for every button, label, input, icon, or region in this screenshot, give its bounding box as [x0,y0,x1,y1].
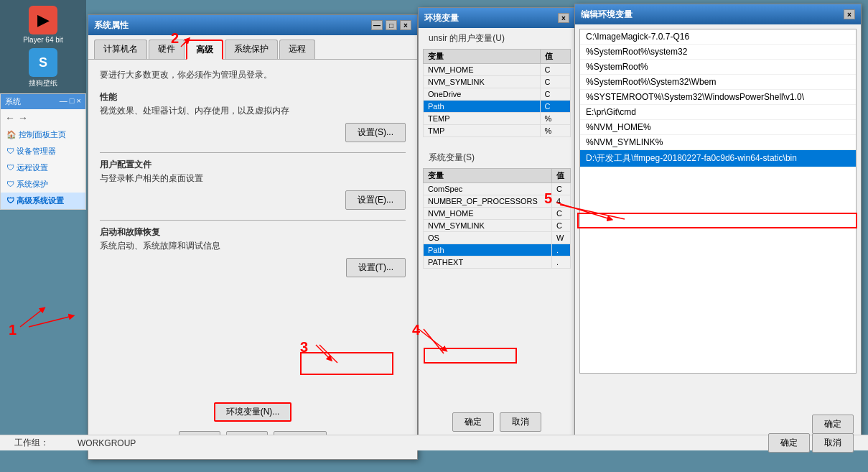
titlebar-buttons: — □ × [371,20,411,30]
workgroup-ok-btn[interactable]: 确定 [768,433,810,453]
table-row[interactable]: NVM_HOMEC [424,64,571,76]
userprofile-desc: 与登录帐户相关的桌面设置 [100,172,406,185]
annotation-2: 2 [171,30,179,47]
sysprop-tabs: 计算机名 硬件 高级 系统保护 远程 [88,35,417,60]
envvars-title: 环境变量 [424,12,459,24]
sys-vars-title: 系统变量(S) [423,147,571,168]
editenv-list: C:\ImageMagick-7.0.7-Q16 %SystemRoot%\sy… [579,29,857,374]
sysprop-body: 要进行大多数更改，你必须作为管理员登录。 性能 视觉效果、处理器计划、内存使用，… [88,60,417,296]
nav-arrows: ← → [1,109,85,126]
workgroup-value: WORKGROUP [78,438,136,448]
table-row[interactable]: NVM_SYMLINKC [424,220,571,232]
tab-computer-name[interactable]: 计算机名 [94,40,147,59]
player-icon: ▶ [29,6,57,34]
annotation-5: 5 [544,190,552,207]
envvars-titlebar: 环境变量 × [419,8,575,28]
user-vars-title: unsir 的用户变量(U) [423,28,571,49]
nav-advanced-settings[interactable]: 🛡 高级系统设置 [1,193,85,209]
table-row[interactable]: TMP% [424,125,571,137]
list-item[interactable]: %SYSTEMROOT%\System32\WindowsPowerShell\… [580,90,856,105]
envvars-footer: 确定 取消 [419,412,575,432]
editenv-titlebar: 编辑环境变量 × [575,4,861,24]
table-row[interactable]: OneDriveC [424,88,571,101]
sysprop-titlebar: 系统属性 — □ × [88,15,417,35]
annotation-3: 3 [300,339,308,356]
sys-vars-section: 系统变量(S) 变量 值 ComSpecC NUMBER_OF_PROCESSO… [419,147,575,273]
editenv-dialog: 编辑环境变量 × C:\ImageMagick-7.0.7-Q16 %Syste… [574,4,862,442]
sysprop-dialog: 系统属性 — □ × 计算机名 硬件 高级 系统保护 远程 要进行大多数更改，你… [88,14,418,460]
envvars-ok-btn[interactable]: 确定 [452,412,494,432]
userprofile-title: 用户配置文件 [100,159,406,171]
sys-vars-col-value: 值 [552,169,571,183]
list-item[interactable]: %NVM_HOME% [580,120,856,135]
user-vars-section: unsir 的用户变量(U) 变量 值 NVM_HOMEC NVM_SYMLIN… [419,28,575,142]
sysprop-title: 系统属性 [94,19,129,32]
user-vars-col-name: 变量 [424,50,541,64]
list-item[interactable]: %SystemRoot% [580,60,856,75]
editenv-footer: 确定 [812,415,854,434]
list-item[interactable]: %NVM_SYMLINK% [580,135,856,150]
editenv-ok-btn[interactable]: 确定 [812,415,854,434]
envvars-cancel-btn[interactable]: 取消 [500,412,541,432]
workgroup-label: 工作组： [14,437,49,449]
selected-path-item[interactable]: D:\开发工具\ffmpeg-20180227-fa0c9d6-win64-st… [580,150,856,167]
sys-vars-table: 变量 值 ComSpecC NUMBER_OF_PROCESSORS4 NVM_… [423,168,571,269]
sys-vars-col-name: 变量 [424,169,552,183]
workgroup-bar: 工作组： WORKGROUP 确定 取消 [0,435,868,450]
annotation-1: 1 [9,322,17,338]
maximize-btn[interactable]: □ [386,20,397,30]
startup-section: 启动和故障恢复 系统启动、系统故障和调试信息 设置(T)... [100,226,406,277]
startup-settings-btn[interactable]: 设置(T)... [346,258,406,277]
startup-desc: 系统启动、系统故障和调试信息 [100,240,406,252]
editenv-close-btn[interactable]: × [844,9,855,19]
envvars-close-btn[interactable]: × [558,13,569,23]
workgroup-cancel-btn[interactable]: 取消 [812,433,854,453]
table-row[interactable]: NVM_HOMEC [424,208,571,220]
performance-section: 性能 视觉效果、处理器计划、内存使用，以及虚拟内存 设置(S)... [100,91,406,142]
list-item[interactable]: %SystemRoot%\System32\Wbem [580,75,856,90]
admin-notice: 要进行大多数更改，你必须作为管理员登录。 [100,68,406,81]
minimize-btn[interactable]: — [371,20,383,30]
user-vars-table: 变量 值 NVM_HOMEC NVM_SYMLINKC OneDriveC Pa… [423,49,571,137]
sougou-icon-item[interactable]: S 搜狗壁纸 [7,48,79,88]
table-row[interactable]: OSW [424,232,571,244]
performance-desc: 视觉效果、处理器计划、内存使用，以及虚拟内存 [100,105,406,117]
divider-1 [100,152,406,153]
player-label: Player 64 bit [23,36,63,44]
envvars-titlebar-btns: × [558,13,569,23]
editenv-title: 编辑环境变量 [581,9,633,21]
table-row[interactable]: PATHEXT. [424,256,571,269]
system-window-title: 系统 — □ × [1,94,85,109]
performance-settings-btn[interactable]: 设置(S)... [345,123,406,142]
table-row[interactable]: PathC [424,101,571,113]
user-vars-col-value: 值 [540,50,570,64]
tab-system-protection[interactable]: 系统保护 [225,40,278,59]
userprofile-settings-btn[interactable]: 设置(E)... [345,190,406,210]
table-row[interactable]: NVM_SYMLINKC [424,76,571,88]
system-window: 系统 — □ × ← → 🏠 控制面板主页 🛡 设备管理器 🛡 远程设置 🛡 系… [0,93,86,210]
envvars-dialog: 环境变量 × unsir 的用户变量(U) 变量 值 NVM_HOMEC NVM… [418,7,576,438]
userprofile-section: 用户配置文件 与登录帐户相关的桌面设置 设置(E)... [100,159,406,210]
list-item[interactable]: C:\ImageMagick-7.0.7-Q16 [580,29,856,45]
tab-advanced[interactable]: 高级 [186,40,223,60]
annotation-4: 4 [412,322,420,338]
nav-system-protection[interactable]: 🛡 系统保护 [1,176,85,193]
nav-control-panel[interactable]: 🏠 控制面板主页 [1,126,85,143]
env-vars-btn[interactable]: 环境变量(N)... [214,402,292,422]
path-row[interactable]: Path. [424,244,571,256]
startup-title: 启动和故障恢复 [100,226,406,239]
tab-hardware[interactable]: 硬件 [149,40,185,59]
sougou-label: 搜狗壁纸 [29,78,57,88]
performance-title: 性能 [100,91,406,103]
divider-2 [100,220,406,221]
list-item[interactable]: E:\pr\Git\cmd [580,105,856,120]
close-btn[interactable]: × [400,20,411,30]
player-icon-item[interactable]: ▶ Player 64 bit [7,6,79,44]
list-item[interactable]: %SystemRoot%\system32 [580,45,856,60]
table-row[interactable]: TEMP% [424,113,571,125]
nav-device-manager[interactable]: 🛡 设备管理器 [1,143,85,159]
sougou-icon: S [29,48,57,77]
tab-remote[interactable]: 远程 [279,40,315,59]
nav-remote-settings[interactable]: 🛡 远程设置 [1,159,85,176]
